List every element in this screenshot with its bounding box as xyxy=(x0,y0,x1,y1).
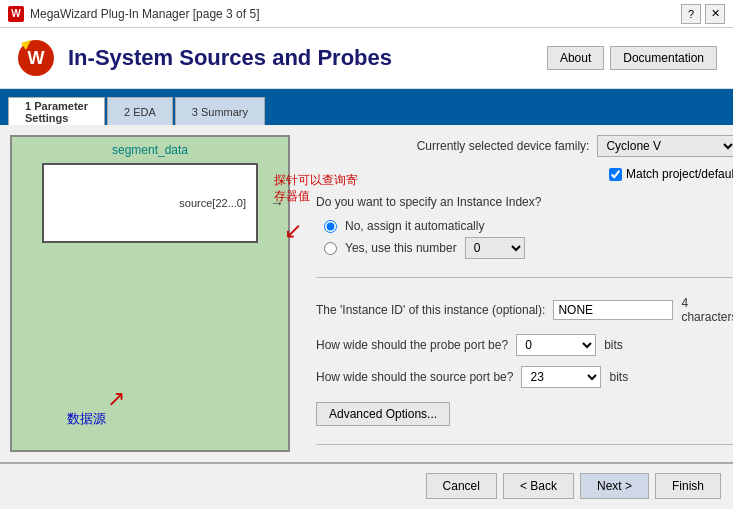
close-button[interactable]: ✕ xyxy=(705,4,725,24)
next-button[interactable]: Next > xyxy=(580,473,649,499)
window-title: MegaWizard Plug-In Manager [page 3 of 5] xyxy=(30,7,259,21)
instance-id-label: The 'Instance ID' of this instance (opti… xyxy=(316,303,545,317)
match-project-checkbox[interactable] xyxy=(609,168,622,181)
radio-manual-row: Yes, use this number 0 1 2 3 xyxy=(324,237,733,259)
title-bar-left: W MegaWizard Plug-In Manager [page 3 of … xyxy=(8,6,259,22)
left-panel: segment_data source[22...0] → 探针可以查询寄存器值… xyxy=(10,135,290,452)
char-count-label: 4 characters xyxy=(681,296,733,324)
source-width-unit: bits xyxy=(609,370,628,384)
instance-id-input[interactable] xyxy=(553,300,673,320)
divider-2 xyxy=(316,444,733,445)
title-bar-controls: ? ✕ xyxy=(681,4,725,24)
source-width-row: How wide should the source port be? 23 8… xyxy=(316,366,733,388)
help-button[interactable]: ? xyxy=(681,4,701,24)
annotation-datasource: 数据源 xyxy=(67,410,106,428)
app-icon: W xyxy=(8,6,24,22)
tab-summary[interactable]: 3 Summary xyxy=(175,97,265,125)
footer: Cancel < Back Next > Finish xyxy=(0,462,733,508)
wizard-icon: W xyxy=(16,38,56,78)
finish-button[interactable]: Finish xyxy=(655,473,721,499)
tab-eda[interactable]: 2 EDA xyxy=(107,97,173,125)
tab-param-label: 1 ParameterSettings xyxy=(25,100,88,124)
main-content: segment_data source[22...0] → 探针可以查询寄存器值… xyxy=(0,125,733,462)
instance-index-label: Do you want to specify an Instance Index… xyxy=(316,195,733,209)
annotation-probe-arrow-icon: ↙ xyxy=(284,218,302,244)
instance-number-select[interactable]: 0 1 2 3 xyxy=(465,237,525,259)
component-diagram: source[22...0] → xyxy=(42,163,258,243)
radio-manual[interactable] xyxy=(324,242,337,255)
probe-width-label: How wide should the probe port be? xyxy=(316,338,508,352)
instance-index-group: No, assign it automatically Yes, use thi… xyxy=(324,219,733,259)
match-project-row: Match project/default xyxy=(316,167,733,181)
page-title: In-System Sources and Probes xyxy=(68,45,392,71)
probe-width-select[interactable]: 0 8 16 32 xyxy=(516,334,596,356)
tab-eda-label: 2 EDA xyxy=(124,106,156,118)
tab-param-settings[interactable]: 1 ParameterSettings xyxy=(8,97,105,125)
radio-manual-label: Yes, use this number xyxy=(345,241,457,255)
source-width-label: How wide should the source port be? xyxy=(316,370,513,384)
port-label: source[22...0] xyxy=(179,197,246,209)
component-name: segment_data xyxy=(18,143,282,157)
radio-auto-label: No, assign it automatically xyxy=(345,219,484,233)
header-buttons: About Documentation xyxy=(547,46,717,70)
header-left: W In-System Sources and Probes xyxy=(16,38,392,78)
divider-1 xyxy=(316,277,733,278)
instance-id-row: The 'Instance ID' of this instance (opti… xyxy=(316,296,733,324)
radio-auto[interactable] xyxy=(324,220,337,233)
documentation-button[interactable]: Documentation xyxy=(610,46,717,70)
tab-summary-label: 3 Summary xyxy=(192,106,248,118)
radio-auto-row: No, assign it automatically xyxy=(324,219,733,233)
source-width-select[interactable]: 23 8 16 32 xyxy=(521,366,601,388)
tabs-bar: 1 ParameterSettings 2 EDA 3 Summary xyxy=(0,89,733,125)
probe-width-row: How wide should the probe port be? 0 8 1… xyxy=(316,334,733,356)
about-button[interactable]: About xyxy=(547,46,604,70)
advanced-options-button[interactable]: Advanced Options... xyxy=(316,402,450,426)
back-button[interactable]: < Back xyxy=(503,473,574,499)
match-project-label: Match project/default xyxy=(626,167,733,181)
title-bar: W MegaWizard Plug-In Manager [page 3 of … xyxy=(0,0,733,28)
device-family-row: Currently selected device family: Cyclon… xyxy=(316,135,733,157)
device-family-label: Currently selected device family: xyxy=(417,139,590,153)
cancel-button[interactable]: Cancel xyxy=(426,473,497,499)
device-family-select[interactable]: Cyclone V xyxy=(597,135,733,157)
annotation-datasource-arrow-icon: ↗ xyxy=(107,386,125,412)
svg-text:W: W xyxy=(28,48,45,68)
probe-width-unit: bits xyxy=(604,338,623,352)
annotation-probe: 探针可以查询寄存器值 xyxy=(274,173,369,204)
header: W In-System Sources and Probes About Doc… xyxy=(0,28,733,89)
